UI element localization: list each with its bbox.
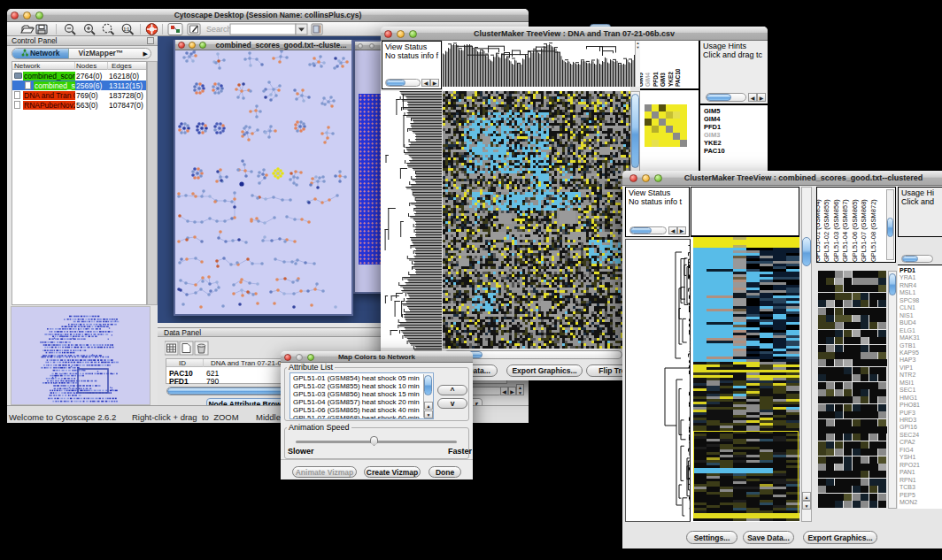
svg-text:Search:: Search: [206, 25, 234, 34]
svg-text:1:1: 1:1 [124, 27, 130, 32]
